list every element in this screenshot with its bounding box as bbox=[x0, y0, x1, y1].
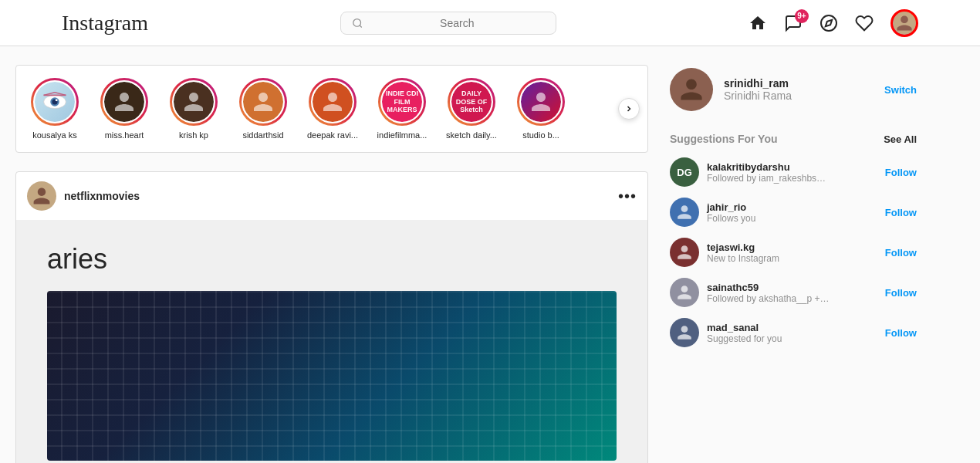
suggestion-username[interactable]: tejaswi.kg bbox=[707, 242, 877, 253]
suggestions-title: Suggestions For You bbox=[670, 133, 778, 145]
suggestion-info: sainathc59Followed by akshatha__p + 1 mo… bbox=[707, 282, 877, 304]
svg-point-7 bbox=[56, 99, 58, 101]
post-user-avatar[interactable] bbox=[27, 181, 56, 211]
follow-button[interactable]: Follow bbox=[885, 247, 917, 259]
story-username: miss.heart bbox=[105, 130, 144, 140]
profile-avatar-inner bbox=[893, 12, 916, 35]
story-username: krish kp bbox=[179, 130, 208, 140]
profile-avatar-header[interactable] bbox=[890, 9, 918, 37]
suggestion-item: tejaswi.kgNew to InstagramFollow bbox=[670, 238, 917, 267]
story-item[interactable]: krish kp bbox=[163, 78, 225, 140]
story-item[interactable]: kousalya ks bbox=[24, 78, 86, 140]
search-input[interactable] bbox=[370, 17, 545, 29]
post-image-overlay bbox=[47, 291, 617, 461]
nav-icons: 9+ bbox=[749, 9, 918, 37]
sidebar-full-name: Srinidhi Rama bbox=[724, 90, 874, 102]
story-item[interactable]: studio b... bbox=[510, 78, 572, 140]
post-menu-button[interactable]: ••• bbox=[618, 188, 637, 205]
story-item[interactable]: DAILY DOSE OF Sketchsketch daily... bbox=[441, 78, 502, 140]
home-icon[interactable] bbox=[749, 14, 767, 32]
header: Instagram 9+ bbox=[0, 0, 980, 46]
suggestion-avatar[interactable] bbox=[670, 318, 699, 347]
suggestion-username[interactable]: sainathc59 bbox=[707, 282, 877, 293]
follow-button[interactable]: Follow bbox=[885, 167, 917, 178]
svg-line-1 bbox=[360, 25, 362, 27]
suggestion-avatar[interactable] bbox=[670, 238, 699, 267]
story-item[interactable]: miss.heart bbox=[93, 78, 155, 140]
post-image bbox=[47, 291, 617, 461]
suggestion-item: DGkalakritibydarshuFollowed by iam_rakes… bbox=[670, 157, 917, 187]
sidebar: srinidhi_ram Srinidhi Rama Switch Sugges… bbox=[670, 65, 917, 463]
suggestion-info: jahir_rioFollows you bbox=[707, 201, 877, 224]
suggestion-username[interactable]: jahir_rio bbox=[707, 201, 877, 213]
sidebar-switch-button[interactable]: Switch bbox=[884, 84, 917, 96]
stories-next-button[interactable] bbox=[618, 98, 640, 120]
sidebar-username[interactable]: srinidhi_ram bbox=[724, 77, 874, 90]
suggestion-subtitle: Follows you bbox=[707, 213, 830, 224]
see-all-link[interactable]: See All bbox=[884, 133, 917, 145]
suggestion-subtitle: Suggested for you bbox=[707, 333, 830, 344]
story-item[interactable]: siddarthsid bbox=[232, 78, 294, 140]
stories-scroll: kousalya ksmiss.heartkrish kpsiddarthsid… bbox=[24, 78, 615, 140]
svg-point-0 bbox=[353, 19, 361, 26]
feed-area: kousalya ksmiss.heartkrish kpsiddarthsid… bbox=[15, 65, 648, 463]
sidebar-profile-avatar[interactable] bbox=[670, 68, 713, 111]
post-container: netflixnmovies ••• aries bbox=[15, 171, 648, 463]
post-header: netflixnmovies ••• bbox=[16, 172, 647, 220]
story-item[interactable]: deepak ravi... bbox=[302, 78, 363, 140]
suggestion-avatar[interactable] bbox=[670, 278, 699, 307]
suggestion-username[interactable]: kalakritibydarshu bbox=[707, 161, 877, 173]
suggestion-info: mad_sanalSuggested for you bbox=[707, 322, 877, 344]
main-layout: kousalya ksmiss.heartkrish kpsiddarthsid… bbox=[0, 46, 980, 463]
suggestion-avatar[interactable] bbox=[670, 198, 699, 227]
suggestion-username[interactable]: mad_sanal bbox=[707, 322, 877, 333]
suggestion-item: sainathc59Followed by akshatha__p + 1 mo… bbox=[670, 278, 917, 307]
follow-button[interactable]: Follow bbox=[885, 287, 917, 299]
notifications-icon[interactable] bbox=[855, 14, 874, 32]
svg-point-2 bbox=[821, 15, 836, 31]
search-icon bbox=[352, 17, 363, 29]
suggestion-info: tejaswi.kgNew to Instagram bbox=[707, 242, 877, 264]
suggestion-item: jahir_rioFollows youFollow bbox=[670, 198, 917, 227]
story-username: siddarthsid bbox=[242, 130, 283, 140]
suggestions-list: DGkalakritibydarshuFollowed by iam_rakes… bbox=[670, 157, 917, 347]
message-badge: 9+ bbox=[795, 9, 809, 23]
stories-container: kousalya ksmiss.heartkrish kpsiddarthsid… bbox=[15, 65, 648, 153]
follow-button[interactable]: Follow bbox=[885, 327, 917, 339]
explore-icon[interactable] bbox=[819, 14, 838, 32]
suggestion-info: kalakritibydarshuFollowed by iam_rakeshb… bbox=[707, 161, 877, 184]
sidebar-user-info: srinidhi_ram Srinidhi Rama bbox=[724, 77, 874, 102]
suggestion-subtitle: Followed by iam_rakeshbs07 + 3 m... bbox=[707, 173, 830, 184]
suggestions-header: Suggestions For You See All bbox=[670, 133, 917, 145]
story-username: studio b... bbox=[522, 130, 559, 140]
suggestion-item: mad_sanalSuggested for youFollow bbox=[670, 318, 917, 347]
story-username: indiefilmma... bbox=[377, 130, 427, 140]
story-username: kousalya ks bbox=[32, 130, 76, 140]
svg-marker-3 bbox=[826, 19, 832, 25]
instagram-logo[interactable]: Instagram bbox=[62, 11, 148, 35]
search-bar[interactable] bbox=[340, 12, 556, 35]
post-username[interactable]: netflixnmovies bbox=[64, 190, 610, 202]
story-username: sketch daily... bbox=[446, 130, 497, 140]
messages-icon[interactable]: 9+ bbox=[784, 14, 803, 32]
story-username: deepak ravi... bbox=[307, 130, 358, 140]
post-image-area: aries bbox=[16, 220, 647, 463]
suggestion-subtitle: Followed by akshatha__p + 1 more bbox=[707, 293, 830, 304]
sidebar-profile: srinidhi_ram Srinidhi Rama Switch bbox=[670, 65, 917, 114]
post-text: aries bbox=[47, 243, 107, 275]
suggestion-avatar[interactable]: DG bbox=[670, 157, 699, 187]
suggestion-subtitle: New to Instagram bbox=[707, 253, 830, 264]
story-item[interactable]: INDIE CDI FILM MAKERSindiefilmma... bbox=[371, 78, 433, 140]
follow-button[interactable]: Follow bbox=[885, 207, 917, 218]
